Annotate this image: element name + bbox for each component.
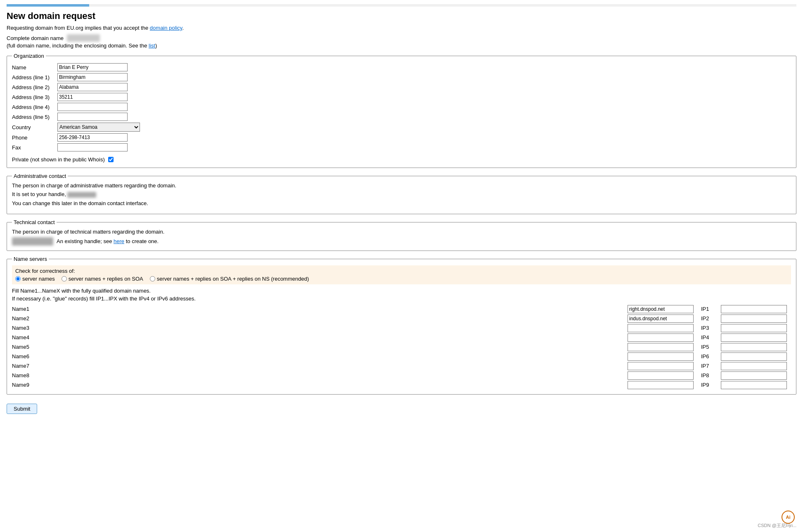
radio-ns-label[interactable]: server names + replies on SOA + replies … — [150, 276, 309, 282]
name2-input[interactable] — [628, 314, 694, 323]
addr1-input[interactable] — [57, 73, 128, 81]
fax-input[interactable] — [57, 143, 128, 151]
name6-input[interactable] — [628, 352, 694, 361]
radio-server-names-label[interactable]: server names — [15, 276, 55, 282]
addr4-input[interactable] — [57, 103, 128, 111]
name9-label: Name9 — [12, 382, 624, 388]
name6-label: Name6 — [12, 353, 624, 359]
ip5-label: IP5 — [701, 344, 718, 350]
check-highlight: Check for correctness of: server names s… — [12, 265, 791, 284]
ip3-label: IP3 — [701, 325, 718, 331]
country-select[interactable]: American SamoaAfghanistanAlbaniaAlgeriaA… — [57, 123, 140, 132]
tech-legend: Technical contact — [12, 219, 57, 225]
addr5-label: Address (line 5) — [12, 112, 57, 122]
phone-label: Phone — [12, 132, 57, 142]
ip8-label: IP8 — [701, 372, 718, 378]
top-bar — [7, 4, 796, 7]
tech-contact-section: Technical contact The person in charge o… — [7, 219, 796, 251]
name4-label: Name4 — [12, 334, 624, 340]
ip6-input[interactable] — [721, 352, 787, 361]
domain-hint: (full domain name, including the enclosi… — [7, 43, 796, 49]
name9-input[interactable] — [628, 381, 694, 389]
admin-line2: It is set to your handle, — [12, 191, 791, 198]
radio-soa[interactable] — [62, 276, 67, 281]
addr3-label: Address (line 3) — [12, 92, 57, 102]
fax-label: Fax — [12, 142, 57, 152]
radio-ns[interactable] — [150, 276, 155, 281]
name-servers-section: Name servers Check for correctness of: s… — [7, 256, 796, 395]
name2-label: Name2 — [12, 315, 624, 322]
tech-handle-blurred — [12, 237, 53, 246]
ip7-input[interactable] — [721, 362, 787, 370]
ip2-label: IP2 — [701, 315, 718, 322]
radio-soa-text: server names + replies on SOA — [69, 276, 143, 282]
country-label: Country — [12, 122, 57, 132]
addr2-input[interactable] — [57, 83, 128, 91]
nameservers-legend: Name servers — [12, 256, 49, 262]
addr4-label: Address (line 4) — [12, 102, 57, 112]
page-title: New domain request — [7, 11, 796, 21]
name7-input[interactable] — [628, 362, 694, 370]
ip4-label: IP4 — [701, 334, 718, 340]
admin-line1: The person in charge of administrative m… — [12, 182, 791, 189]
tech-handle-suffix: An existing handle; see here to create o… — [57, 238, 159, 244]
ip1-input[interactable] — [721, 305, 787, 313]
fill-instruction: Fill Name1...NameX with the fully qualif… — [12, 288, 791, 294]
ip9-input[interactable] — [721, 381, 787, 389]
phone-input[interactable] — [57, 133, 128, 142]
organization-legend: Organization — [12, 53, 46, 59]
radio-soa-label[interactable]: server names + replies on SOA — [62, 276, 143, 282]
radio-server-names-text: server names — [22, 276, 55, 282]
organization-section: Organization Name Address (line 1) Addre… — [7, 53, 796, 168]
glue-instruction: If necessary (i.e. "glue" records) fill … — [12, 296, 791, 302]
radio-ns-text: server names + replies on SOA + replies … — [157, 276, 309, 282]
ip6-label: IP6 — [701, 353, 718, 359]
addr1-label: Address (line 1) — [12, 72, 57, 82]
here-link[interactable]: here — [114, 238, 124, 244]
admin-legend: Administrative contact — [12, 173, 68, 179]
ns-grid: Name1 IP1 Name2 IP2 Name3 IP3 Name4 IP4 … — [12, 305, 791, 389]
submit-button[interactable]: Submit — [7, 404, 37, 414]
name8-input[interactable] — [628, 371, 694, 380]
admin-contact-section: Administrative contact The person in cha… — [7, 173, 796, 214]
domain-complete-label: Complete domain name — [7, 35, 64, 41]
name5-input[interactable] — [628, 343, 694, 351]
name4-input[interactable] — [628, 333, 694, 342]
policy-link[interactable]: domain policy — [150, 25, 182, 31]
ip4-input[interactable] — [721, 333, 787, 342]
intro-text: Requesting domain from EU.org implies th… — [7, 25, 796, 31]
tech-line1: The person in charge of technical matter… — [12, 229, 791, 235]
name3-label: Name3 — [12, 325, 624, 331]
name1-label: Name1 — [12, 306, 624, 312]
ip7-label: IP7 — [701, 363, 718, 369]
name8-label: Name8 — [12, 372, 624, 378]
check-label: Check for correctness of: — [15, 268, 75, 274]
ip3-input[interactable] — [721, 324, 787, 332]
private-label: Private (not shown in the public Whois) — [12, 156, 105, 163]
private-checkbox[interactable] — [108, 157, 114, 162]
name-label: Name — [12, 62, 57, 72]
name-input[interactable] — [57, 63, 128, 71]
name3-input[interactable] — [628, 324, 694, 332]
ip8-input[interactable] — [721, 371, 787, 380]
name1-input[interactable] — [628, 305, 694, 313]
ip1-label: IP1 — [701, 306, 718, 312]
list-link[interactable]: list — [149, 43, 155, 49]
ip2-input[interactable] — [721, 314, 787, 323]
addr2-label: Address (line 2) — [12, 82, 57, 92]
name7-label: Name7 — [12, 363, 624, 369]
ip9-label: IP9 — [701, 382, 718, 388]
admin-line3: You can change this later in the domain … — [12, 200, 791, 206]
domain-complete-blurred — [67, 34, 100, 42]
addr3-input[interactable] — [57, 93, 128, 101]
ip5-input[interactable] — [721, 343, 787, 351]
name5-label: Name5 — [12, 344, 624, 350]
organization-form: Name Address (line 1) Address (line 2) A… — [12, 62, 142, 152]
addr5-input[interactable] — [57, 113, 128, 121]
admin-handle-blurred — [67, 192, 96, 198]
tech-handle-row: An existing handle; see here to create o… — [12, 237, 791, 246]
radio-server-names[interactable] — [15, 276, 21, 281]
